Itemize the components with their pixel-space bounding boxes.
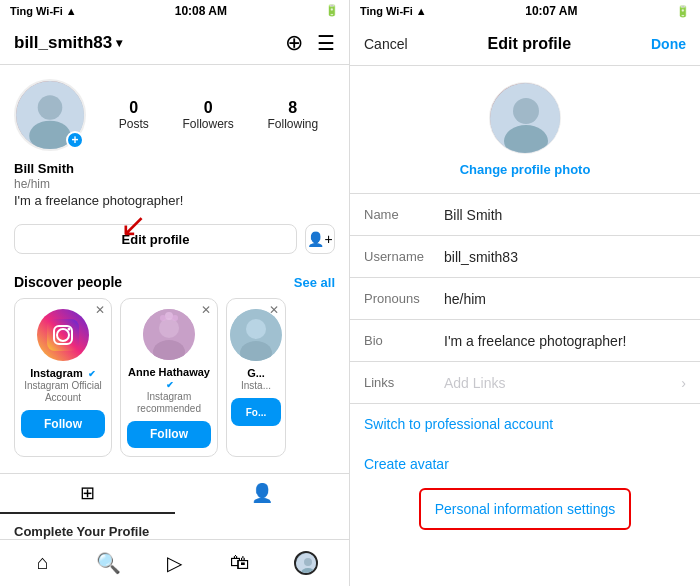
verified-badge-2: ✔ [166, 380, 174, 390]
personal-info-settings-box[interactable]: Personal information settings [419, 488, 632, 530]
card-2-name: Anne Hathaway ✔ [127, 366, 211, 390]
svg-point-12 [172, 315, 178, 321]
svg-point-8 [159, 318, 179, 338]
grid-tab[interactable]: ⊞ [0, 474, 175, 514]
right-battery: 🔋 [676, 5, 690, 18]
action-row: Edit profile 👤+ [14, 224, 335, 254]
pronouns-value[interactable]: he/him [444, 291, 686, 307]
edit-profile-nav: Cancel Edit profile Done [350, 22, 700, 66]
left-battery: 🔋 [325, 4, 339, 17]
anne-avatar-image [143, 309, 195, 359]
profile-form: Name Bill Smith Username bill_smith83 Pr… [350, 193, 700, 404]
complete-profile-label: Complete Your Profile [0, 514, 349, 539]
grid-divider: ⊞ 👤 [0, 473, 349, 514]
profile-name: Bill Smith [14, 161, 335, 176]
card-3-name: G... [247, 367, 265, 379]
close-card-3-button[interactable]: ✕ [269, 303, 279, 317]
profile-links-section: Switch to professional account Create av… [350, 404, 700, 484]
profile-nav-button[interactable] [284, 541, 328, 585]
follow-instagram-button[interactable]: Follow [21, 410, 105, 438]
svg-point-14 [246, 319, 266, 339]
bio-label: Bio [364, 333, 444, 348]
following-stat[interactable]: 8 Following [267, 99, 318, 131]
menu-icon[interactable]: ☰ [317, 31, 335, 55]
done-button[interactable]: Done [651, 36, 686, 52]
reels-nav-button[interactable]: ▷ [152, 541, 196, 585]
add-friend-button[interactable]: 👤+ [305, 224, 335, 254]
bottom-nav: ⌂ 🔍 ▷ 🛍 [0, 539, 349, 586]
svg-rect-3 [47, 319, 79, 351]
card-2-sub: Instagram recommended [127, 391, 211, 415]
edit-profile-button[interactable]: Edit profile [14, 224, 297, 254]
card-1-name: Instagram ✔ [30, 367, 96, 379]
bio-field-row[interactable]: Bio I'm a freelance photographer! [350, 320, 700, 362]
carrier-text: Ting Wi-Fi [10, 5, 63, 17]
pronouns-label: Pronouns [364, 291, 444, 306]
profile-pronouns: he/him [14, 177, 335, 191]
right-panel: Ting Wi-Fi ▲ 10:07 AM 🔋 Cancel Edit prof… [350, 0, 700, 586]
tagged-tab[interactable]: 👤 [175, 474, 350, 514]
shop-nav-button[interactable]: 🛍 [218, 541, 262, 585]
posts-count: 0 [129, 99, 138, 117]
profile-top: + 0 Posts 0 Followers 8 Following [14, 79, 335, 151]
change-profile-photo-link[interactable]: Change profile photo [460, 162, 591, 177]
add-to-story-button[interactable]: + [66, 131, 84, 149]
see-all-link[interactable]: See all [294, 275, 335, 290]
svg-point-11 [160, 315, 166, 321]
avatar-wrapper[interactable]: + [14, 79, 86, 151]
follow-third-button[interactable]: Fo... [231, 398, 281, 426]
switch-professional-link[interactable]: Switch to professional account [364, 404, 686, 444]
followers-count: 0 [204, 99, 213, 117]
left-panel: Ting Wi-Fi ▲ 10:08 AM 🔋 bill_smith83 ▾ ⊕… [0, 0, 350, 586]
profile-bio: I'm a freelance photographer! [14, 193, 335, 208]
discover-header: Discover people See all [0, 274, 349, 298]
cancel-button[interactable]: Cancel [364, 36, 408, 52]
close-card-1-button[interactable]: ✕ [95, 303, 105, 317]
edit-avatar[interactable] [489, 82, 561, 154]
svg-point-10 [165, 312, 173, 320]
left-carrier: Ting Wi-Fi ▲ [10, 5, 77, 17]
svg-point-20 [513, 98, 539, 124]
left-status-bar: Ting Wi-Fi ▲ 10:08 AM 🔋 [0, 0, 349, 22]
close-card-2-button[interactable]: ✕ [201, 303, 211, 317]
links-value[interactable]: Add Links [444, 375, 681, 391]
discover-title: Discover people [14, 274, 122, 290]
name-value[interactable]: Bill Smith [444, 207, 686, 223]
profile-section: + 0 Posts 0 Followers 8 Following Bill S… [0, 65, 349, 224]
add-post-icon[interactable]: ⊕ [285, 30, 303, 56]
right-battery-icon: 🔋 [676, 5, 690, 18]
svg-point-17 [304, 558, 312, 566]
chevron-down-icon: ▾ [116, 36, 122, 50]
create-avatar-link[interactable]: Create avatar [364, 444, 686, 484]
followers-label: Followers [182, 117, 233, 131]
battery-icon: 🔋 [325, 4, 339, 17]
posts-stat[interactable]: 0 Posts [119, 99, 149, 131]
card-1-sub: Instagram Official Account [21, 380, 105, 404]
follow-anne-button[interactable]: Follow [127, 421, 211, 448]
home-nav-button[interactable]: ⌂ [21, 541, 65, 585]
personal-info-settings-link[interactable]: Personal information settings [435, 501, 616, 517]
links-field-row[interactable]: Links Add Links › [350, 362, 700, 404]
right-time: 10:07 AM [525, 4, 577, 18]
bio-value[interactable]: I'm a freelance photographer! [444, 333, 686, 349]
links-chevron-icon: › [681, 375, 686, 391]
search-nav-button[interactable]: 🔍 [87, 541, 131, 585]
username-display[interactable]: bill_smith83 ▾ [14, 33, 122, 53]
right-carrier: Ting Wi-Fi ▲ [360, 5, 427, 17]
instagram-icon [47, 319, 79, 351]
followers-stat[interactable]: 0 Followers [182, 99, 233, 131]
nav-icons: ⊕ ☰ [285, 30, 335, 56]
edit-avatar-image [490, 83, 561, 154]
left-top-nav: bill_smith83 ▾ ⊕ ☰ [0, 22, 349, 65]
username-value[interactable]: bill_smith83 [444, 249, 686, 265]
discover-card-anne: ✕ Anne Hathaway ✔ Instagram recommended … [120, 298, 218, 457]
left-time: 10:08 AM [175, 4, 227, 18]
svg-point-1 [38, 95, 63, 120]
name-field-row[interactable]: Name Bill Smith [350, 194, 700, 236]
right-wifi-icon: ▲ [416, 5, 427, 17]
name-label: Name [364, 207, 444, 222]
following-label: Following [267, 117, 318, 131]
pronouns-field-row[interactable]: Pronouns he/him [350, 278, 700, 320]
username-field-row[interactable]: Username bill_smith83 [350, 236, 700, 278]
edit-profile-content: Change profile photo Name Bill Smith Use… [350, 66, 700, 586]
